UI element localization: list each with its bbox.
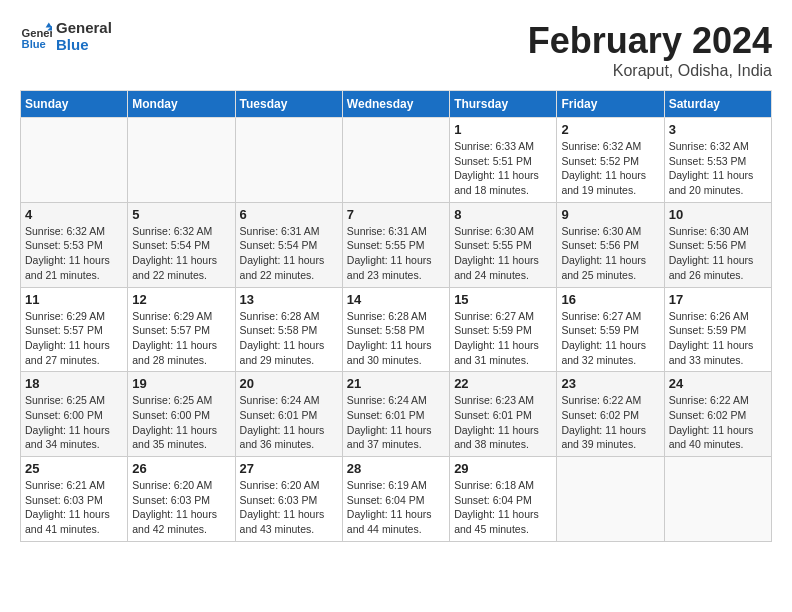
calendar-cell: 14Sunrise: 6:28 AMSunset: 5:58 PMDayligh…	[342, 287, 449, 372]
calendar-cell: 21Sunrise: 6:24 AMSunset: 6:01 PMDayligh…	[342, 372, 449, 457]
day-info: Sunrise: 6:19 AMSunset: 6:04 PMDaylight:…	[347, 478, 445, 537]
calendar-cell: 15Sunrise: 6:27 AMSunset: 5:59 PMDayligh…	[450, 287, 557, 372]
day-number: 7	[347, 207, 445, 222]
day-info: Sunrise: 6:33 AMSunset: 5:51 PMDaylight:…	[454, 139, 552, 198]
calendar-cell: 3Sunrise: 6:32 AMSunset: 5:53 PMDaylight…	[664, 118, 771, 203]
day-number: 11	[25, 292, 123, 307]
calendar-cell: 16Sunrise: 6:27 AMSunset: 5:59 PMDayligh…	[557, 287, 664, 372]
svg-marker-2	[46, 22, 52, 27]
weekday-header-friday: Friday	[557, 91, 664, 118]
day-info: Sunrise: 6:25 AMSunset: 6:00 PMDaylight:…	[25, 393, 123, 452]
calendar-cell	[21, 118, 128, 203]
calendar-cell: 29Sunrise: 6:18 AMSunset: 6:04 PMDayligh…	[450, 457, 557, 542]
day-info: Sunrise: 6:28 AMSunset: 5:58 PMDaylight:…	[347, 309, 445, 368]
day-number: 14	[347, 292, 445, 307]
day-number: 5	[132, 207, 230, 222]
day-number: 20	[240, 376, 338, 391]
page-header: General Blue General Blue February 2024 …	[20, 20, 772, 80]
day-info: Sunrise: 6:31 AMSunset: 5:54 PMDaylight:…	[240, 224, 338, 283]
day-info: Sunrise: 6:24 AMSunset: 6:01 PMDaylight:…	[347, 393, 445, 452]
day-number: 1	[454, 122, 552, 137]
day-number: 12	[132, 292, 230, 307]
logo-icon: General Blue	[20, 21, 52, 53]
calendar-table: SundayMondayTuesdayWednesdayThursdayFrid…	[20, 90, 772, 542]
calendar-cell: 13Sunrise: 6:28 AMSunset: 5:58 PMDayligh…	[235, 287, 342, 372]
calendar-cell	[342, 118, 449, 203]
calendar-cell: 9Sunrise: 6:30 AMSunset: 5:56 PMDaylight…	[557, 202, 664, 287]
weekday-header-thursday: Thursday	[450, 91, 557, 118]
day-number: 3	[669, 122, 767, 137]
location: Koraput, Odisha, India	[528, 62, 772, 80]
calendar-cell: 12Sunrise: 6:29 AMSunset: 5:57 PMDayligh…	[128, 287, 235, 372]
calendar-cell	[664, 457, 771, 542]
calendar-cell: 18Sunrise: 6:25 AMSunset: 6:00 PMDayligh…	[21, 372, 128, 457]
calendar-cell: 1Sunrise: 6:33 AMSunset: 5:51 PMDaylight…	[450, 118, 557, 203]
day-info: Sunrise: 6:31 AMSunset: 5:55 PMDaylight:…	[347, 224, 445, 283]
day-info: Sunrise: 6:21 AMSunset: 6:03 PMDaylight:…	[25, 478, 123, 537]
day-info: Sunrise: 6:23 AMSunset: 6:01 PMDaylight:…	[454, 393, 552, 452]
calendar-cell: 5Sunrise: 6:32 AMSunset: 5:54 PMDaylight…	[128, 202, 235, 287]
day-number: 15	[454, 292, 552, 307]
weekday-header-saturday: Saturday	[664, 91, 771, 118]
day-info: Sunrise: 6:20 AMSunset: 6:03 PMDaylight:…	[132, 478, 230, 537]
calendar-cell: 6Sunrise: 6:31 AMSunset: 5:54 PMDaylight…	[235, 202, 342, 287]
calendar-cell: 8Sunrise: 6:30 AMSunset: 5:55 PMDaylight…	[450, 202, 557, 287]
calendar-cell: 4Sunrise: 6:32 AMSunset: 5:53 PMDaylight…	[21, 202, 128, 287]
calendar-cell: 27Sunrise: 6:20 AMSunset: 6:03 PMDayligh…	[235, 457, 342, 542]
day-number: 28	[347, 461, 445, 476]
calendar-cell: 24Sunrise: 6:22 AMSunset: 6:02 PMDayligh…	[664, 372, 771, 457]
day-info: Sunrise: 6:22 AMSunset: 6:02 PMDaylight:…	[669, 393, 767, 452]
day-info: Sunrise: 6:32 AMSunset: 5:54 PMDaylight:…	[132, 224, 230, 283]
day-number: 18	[25, 376, 123, 391]
day-info: Sunrise: 6:22 AMSunset: 6:02 PMDaylight:…	[561, 393, 659, 452]
calendar-cell: 23Sunrise: 6:22 AMSunset: 6:02 PMDayligh…	[557, 372, 664, 457]
day-number: 8	[454, 207, 552, 222]
calendar-cell: 11Sunrise: 6:29 AMSunset: 5:57 PMDayligh…	[21, 287, 128, 372]
day-number: 24	[669, 376, 767, 391]
day-number: 23	[561, 376, 659, 391]
day-number: 6	[240, 207, 338, 222]
month-title: February 2024	[528, 20, 772, 62]
calendar-cell: 2Sunrise: 6:32 AMSunset: 5:52 PMDaylight…	[557, 118, 664, 203]
day-number: 13	[240, 292, 338, 307]
calendar-cell	[557, 457, 664, 542]
calendar-cell: 20Sunrise: 6:24 AMSunset: 6:01 PMDayligh…	[235, 372, 342, 457]
logo: General Blue General Blue	[20, 20, 112, 53]
day-info: Sunrise: 6:32 AMSunset: 5:53 PMDaylight:…	[25, 224, 123, 283]
calendar-cell: 7Sunrise: 6:31 AMSunset: 5:55 PMDaylight…	[342, 202, 449, 287]
calendar-cell: 10Sunrise: 6:30 AMSunset: 5:56 PMDayligh…	[664, 202, 771, 287]
day-number: 22	[454, 376, 552, 391]
day-number: 19	[132, 376, 230, 391]
day-info: Sunrise: 6:29 AMSunset: 5:57 PMDaylight:…	[132, 309, 230, 368]
day-number: 27	[240, 461, 338, 476]
calendar-cell: 28Sunrise: 6:19 AMSunset: 6:04 PMDayligh…	[342, 457, 449, 542]
day-number: 21	[347, 376, 445, 391]
day-info: Sunrise: 6:29 AMSunset: 5:57 PMDaylight:…	[25, 309, 123, 368]
day-info: Sunrise: 6:27 AMSunset: 5:59 PMDaylight:…	[454, 309, 552, 368]
calendar-cell	[128, 118, 235, 203]
day-info: Sunrise: 6:30 AMSunset: 5:56 PMDaylight:…	[561, 224, 659, 283]
weekday-header-sunday: Sunday	[21, 91, 128, 118]
day-number: 4	[25, 207, 123, 222]
day-info: Sunrise: 6:27 AMSunset: 5:59 PMDaylight:…	[561, 309, 659, 368]
day-info: Sunrise: 6:20 AMSunset: 6:03 PMDaylight:…	[240, 478, 338, 537]
day-number: 9	[561, 207, 659, 222]
calendar-cell: 26Sunrise: 6:20 AMSunset: 6:03 PMDayligh…	[128, 457, 235, 542]
day-info: Sunrise: 6:25 AMSunset: 6:00 PMDaylight:…	[132, 393, 230, 452]
svg-text:Blue: Blue	[22, 38, 46, 50]
day-info: Sunrise: 6:32 AMSunset: 5:53 PMDaylight:…	[669, 139, 767, 198]
day-number: 26	[132, 461, 230, 476]
weekday-header-wednesday: Wednesday	[342, 91, 449, 118]
calendar-cell: 17Sunrise: 6:26 AMSunset: 5:59 PMDayligh…	[664, 287, 771, 372]
day-info: Sunrise: 6:28 AMSunset: 5:58 PMDaylight:…	[240, 309, 338, 368]
day-number: 29	[454, 461, 552, 476]
calendar-cell: 19Sunrise: 6:25 AMSunset: 6:00 PMDayligh…	[128, 372, 235, 457]
day-info: Sunrise: 6:26 AMSunset: 5:59 PMDaylight:…	[669, 309, 767, 368]
day-info: Sunrise: 6:30 AMSunset: 5:56 PMDaylight:…	[669, 224, 767, 283]
day-info: Sunrise: 6:18 AMSunset: 6:04 PMDaylight:…	[454, 478, 552, 537]
svg-text:General: General	[22, 27, 52, 39]
day-number: 10	[669, 207, 767, 222]
day-info: Sunrise: 6:32 AMSunset: 5:52 PMDaylight:…	[561, 139, 659, 198]
day-number: 2	[561, 122, 659, 137]
day-number: 16	[561, 292, 659, 307]
